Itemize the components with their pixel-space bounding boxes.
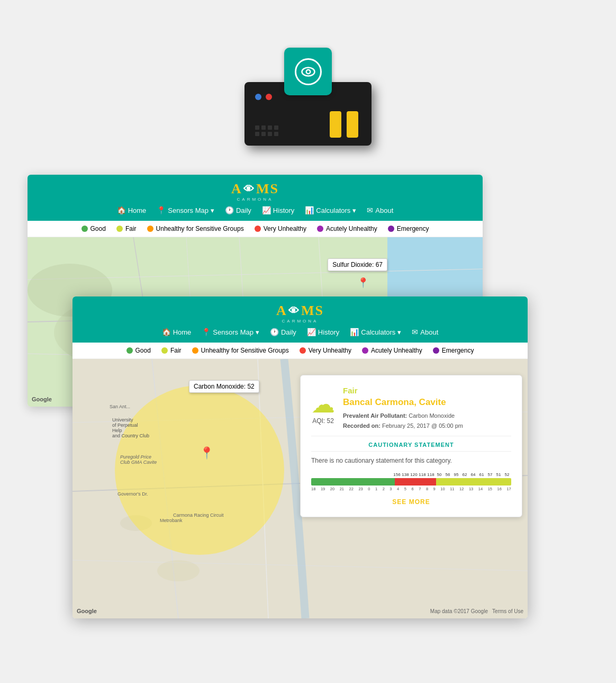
info-meta: Prevalent Air Pollutant: Carbon Monoxide…: [343, 411, 511, 430]
dot-sensitive: [147, 226, 153, 232]
device-button-1: [330, 111, 341, 138]
map-label-university: Universityof PerpetualHelpand Country Cl…: [112, 417, 149, 438]
aqi-seg-good: [311, 478, 395, 486]
back-map-pin: 📍: [357, 277, 369, 289]
front-pin-icon: 📍: [202, 328, 211, 336]
device-indicator-dots: [255, 94, 272, 100]
front-logo-eye-icon: 👁: [288, 305, 300, 317]
legend-emergency: Emergency: [388, 225, 429, 232]
status-badge: Fair: [343, 386, 511, 395]
cloud-icon: ☁: [311, 392, 335, 416]
browsers-wrapper: A 👁 MS CARMONA 🏠 Home 📍 Sensors Map ▾ 🕐 …: [28, 175, 588, 625]
mail-icon: ✉: [367, 206, 373, 214]
front-nav-bar: A 👁 MS CARMONA 🏠 Home 📍 Sensors Map ▾ 🕐 …: [73, 296, 528, 343]
front-subtitle: CARMONA: [282, 319, 319, 323]
device-vents: [255, 125, 278, 136]
device-button-2: [347, 111, 358, 138]
info-cloud-section: ☁ AQI: 52: [311, 392, 335, 425]
back-nav-sensors[interactable]: 📍 Sensors Map ▾: [157, 206, 214, 214]
front-dot-emergency: [433, 347, 439, 354]
back-nav-calc[interactable]: 📊 Calculators ▾: [305, 206, 356, 214]
front-nav-history[interactable]: 📈 History: [307, 328, 339, 336]
front-map-pin: 📍: [200, 446, 214, 460]
dot-good: [81, 226, 88, 232]
aqi-top-labels: 156 138 120 118 118 50 56 95 62 64 61 57…: [311, 472, 511, 477]
back-nav-bar: A 👁 MS CARMONA 🏠 Home 📍 Sensors Map ▾ 🕐 …: [28, 175, 483, 221]
back-nav-history[interactable]: 📈 History: [262, 206, 294, 214]
dropdown-icon: ▾: [211, 206, 214, 214]
front-legend-good: Good: [126, 347, 151, 354]
legend-very: Very Unhealthy: [255, 225, 306, 232]
back-nav-home[interactable]: 🏠 Home: [117, 206, 147, 214]
legend-acutely: Acutely Unhealthy: [317, 225, 377, 232]
dot-acutely: [317, 226, 323, 232]
dot-emergency: [388, 226, 394, 232]
back-nav-links: 🏠 Home 📍 Sensors Map ▾ 🕐 Daily 📈 History…: [117, 206, 394, 214]
back-logo: A 👁 MS: [231, 181, 279, 197]
legend-good: Good: [81, 225, 106, 232]
front-google-watermark: Google: [77, 608, 97, 614]
front-dropdown-icon-2: ▾: [397, 328, 401, 336]
front-dot-very: [300, 347, 306, 354]
cautionary-text: There is no cautionary statement for thi…: [311, 457, 511, 464]
calc-icon: 📊: [305, 206, 314, 214]
info-text-section: Fair Bancal Carmona, Cavite Prevalent Ai…: [343, 386, 511, 430]
map-label-racing: Carmona Racing Circuit: [173, 513, 224, 518]
front-legend-acutely: Acutely Unhealthy: [362, 347, 422, 354]
front-logo: A 👁 MS: [276, 303, 324, 319]
front-legend-emergency: Emergency: [433, 347, 474, 354]
map-label-sanant: San Ant...: [110, 404, 130, 409]
front-calc-icon: 📊: [350, 328, 359, 336]
front-nav-home[interactable]: 🏠 Home: [162, 328, 192, 336]
back-logo-ms: MS: [256, 181, 279, 197]
front-logo-ms: MS: [301, 303, 324, 319]
see-more-link[interactable]: SEE MORE: [392, 498, 430, 506]
back-logo-a: A: [231, 181, 242, 197]
back-legend-bar: Good Fair Unhealthy for Sensitive Groups…: [28, 221, 483, 237]
trend-icon: 📈: [262, 206, 271, 214]
back-nav-daily[interactable]: 🕐 Daily: [225, 206, 251, 214]
device-section: [0, 0, 616, 175]
front-dropdown-icon: ▾: [256, 328, 259, 336]
front-mail-icon: ✉: [412, 328, 418, 336]
front-nav-sensors[interactable]: 📍 Sensors Map ▾: [202, 328, 259, 336]
map-label-puregold: Puregold PriceClub GMA Cavite: [120, 454, 157, 465]
back-google-watermark: Google: [32, 396, 52, 402]
svg-point-21: [120, 515, 152, 531]
front-trend-icon: 📈: [307, 328, 316, 336]
home-icon: 🏠: [117, 206, 126, 214]
aqi-seg-red: [395, 478, 437, 486]
dot-fair: [116, 226, 123, 232]
device-logo-box: [284, 48, 332, 95]
dot-very: [255, 226, 261, 232]
front-logo-a: A: [276, 303, 287, 319]
svg-point-22: [157, 560, 200, 581]
front-map-popup: Carbon Monoxide: 52: [189, 380, 259, 393]
front-nav-daily[interactable]: 🕐 Daily: [270, 328, 296, 336]
back-nav-about[interactable]: ✉ About: [367, 206, 393, 214]
dropdown-icon-2: ▾: [352, 206, 356, 214]
device-dot-red: [266, 94, 272, 100]
info-aqi-display: AQI: 52: [311, 417, 335, 425]
device-buttons: [330, 111, 358, 138]
front-map-area: Puregold PriceClub GMA Cavite Governor's…: [73, 359, 528, 618]
front-map-terms: Map data ©2017 Google Terms of Use: [430, 608, 523, 614]
device-dot-blue: [255, 94, 261, 100]
front-legend-fair: Fair: [161, 347, 182, 354]
front-nav-about[interactable]: ✉ About: [412, 328, 438, 336]
legend-fair: Fair: [116, 225, 137, 232]
front-legend-sensitive: Unhealthy for Sensitive Groups: [192, 347, 289, 354]
front-clock-icon: 🕐: [270, 328, 279, 336]
cautionary-section: CAUTIONARY STATEMENT There is no caution…: [311, 436, 511, 464]
back-map-popup: Sulfur Dioxide: 67: [328, 258, 387, 271]
device-logo-icon: [294, 57, 323, 86]
aqi-bar-section: 156 138 120 118 118 50 56 95 62 64 61 57…: [311, 472, 511, 491]
front-dot-good: [126, 347, 133, 354]
front-legend-bar: Good Fair Unhealthy for Sensitive Groups…: [73, 343, 528, 359]
front-dot-acutely: [362, 347, 368, 354]
front-nav-links: 🏠 Home 📍 Sensors Map ▾ 🕐 Daily 📈 History…: [162, 328, 439, 336]
aqi-color-bar: [311, 478, 511, 486]
front-nav-calc[interactable]: 📊 Calculators ▾: [350, 328, 401, 336]
svg-point-3: [307, 70, 310, 73]
back-subtitle: CARMONA: [237, 197, 274, 202]
